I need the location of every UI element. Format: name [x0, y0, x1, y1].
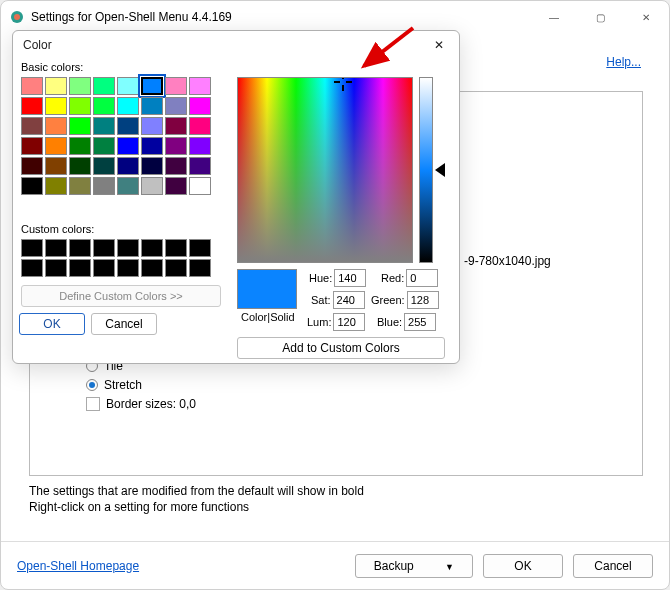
radio-stretch-row[interactable]: Stretch [86, 376, 196, 394]
custom-color-swatch[interactable] [117, 259, 139, 277]
basic-color-swatch[interactable] [93, 77, 115, 95]
basic-color-swatch[interactable] [165, 137, 187, 155]
basic-color-swatch[interactable] [141, 137, 163, 155]
red-input[interactable] [406, 269, 438, 287]
basic-color-swatch[interactable] [69, 157, 91, 175]
basic-color-swatch[interactable] [141, 77, 163, 95]
basic-color-swatch[interactable] [165, 177, 187, 195]
custom-color-swatch[interactable] [141, 259, 163, 277]
define-custom-colors-button[interactable]: Define Custom Colors >> [21, 285, 221, 307]
basic-color-swatch[interactable] [93, 177, 115, 195]
basic-color-swatch[interactable] [93, 157, 115, 175]
basic-color-swatch[interactable] [141, 177, 163, 195]
custom-color-swatch[interactable] [117, 239, 139, 257]
sat-input[interactable] [333, 291, 365, 309]
custom-color-swatch[interactable] [93, 239, 115, 257]
basic-color-swatch[interactable] [21, 117, 43, 135]
basic-color-swatch[interactable] [69, 177, 91, 195]
luminance-slider[interactable] [419, 77, 433, 263]
basic-color-swatch[interactable] [21, 77, 43, 95]
custom-color-swatch[interactable] [141, 239, 163, 257]
basic-color-swatch[interactable] [189, 177, 211, 195]
basic-color-swatch[interactable] [189, 117, 211, 135]
ok-button[interactable]: OK [483, 554, 563, 578]
help-link[interactable]: Help... [606, 55, 641, 69]
close-button[interactable]: ✕ [623, 1, 669, 33]
basic-color-swatch[interactable] [45, 157, 67, 175]
lum-input[interactable] [333, 313, 365, 331]
green-input[interactable] [407, 291, 439, 309]
custom-color-swatch[interactable] [189, 259, 211, 277]
custom-color-swatch[interactable] [69, 259, 91, 277]
hue-sat-field[interactable] [237, 77, 413, 263]
basic-color-swatch[interactable] [117, 97, 139, 115]
custom-color-swatch[interactable] [69, 239, 91, 257]
app-icon [9, 9, 25, 25]
basic-color-swatch[interactable] [93, 117, 115, 135]
basic-color-swatch[interactable] [141, 97, 163, 115]
hint-text: The settings that are modified from the … [29, 483, 364, 515]
hue-input[interactable] [334, 269, 366, 287]
custom-color-swatch[interactable] [45, 239, 67, 257]
basic-color-swatch[interactable] [21, 97, 43, 115]
blue-input[interactable] [404, 313, 436, 331]
basic-color-swatch[interactable] [189, 157, 211, 175]
minimize-button[interactable]: — [531, 1, 577, 33]
basic-color-swatch[interactable] [117, 157, 139, 175]
homepage-link[interactable]: Open-Shell Homepage [17, 559, 139, 573]
basic-color-swatch[interactable] [117, 117, 139, 135]
color-solid-label: Color|Solid [241, 311, 295, 323]
red-field-group: Red: [381, 269, 438, 287]
basic-color-swatch[interactable] [45, 117, 67, 135]
lum-field-group: Lum: [307, 313, 365, 331]
basic-color-swatch[interactable] [45, 77, 67, 95]
maximize-button[interactable]: ▢ [577, 1, 623, 33]
custom-color-swatch[interactable] [165, 239, 187, 257]
green-field-group: Green: [371, 291, 439, 309]
add-to-custom-colors-button[interactable]: Add to Custom Colors [237, 337, 445, 359]
basic-color-swatch[interactable] [69, 137, 91, 155]
cancel-button[interactable]: Cancel [573, 554, 653, 578]
color-ok-button[interactable]: OK [19, 313, 85, 335]
basic-color-swatch[interactable] [165, 77, 187, 95]
basic-color-swatch[interactable] [165, 157, 187, 175]
basic-color-swatch[interactable] [45, 97, 67, 115]
basic-color-swatch[interactable] [21, 137, 43, 155]
basic-color-swatch[interactable] [165, 97, 187, 115]
basic-color-swatch[interactable] [117, 177, 139, 195]
hint-line1: The settings that are modified from the … [29, 483, 364, 499]
backup-button[interactable]: Backup ▼ [355, 554, 473, 578]
basic-color-swatch[interactable] [189, 97, 211, 115]
basic-color-swatch[interactable] [141, 157, 163, 175]
basic-color-swatch[interactable] [45, 137, 67, 155]
custom-color-swatch[interactable] [189, 239, 211, 257]
main-title-text: Settings for Open-Shell Menu 4.4.169 [31, 10, 232, 24]
custom-color-swatch[interactable] [93, 259, 115, 277]
basic-color-swatch[interactable] [21, 177, 43, 195]
basic-color-swatch[interactable] [21, 157, 43, 175]
custom-color-swatch[interactable] [45, 259, 67, 277]
color-cancel-button[interactable]: Cancel [91, 313, 157, 335]
basic-color-swatch[interactable] [69, 77, 91, 95]
basic-color-swatch[interactable] [189, 137, 211, 155]
custom-color-swatch[interactable] [165, 259, 187, 277]
basic-color-swatch[interactable] [69, 97, 91, 115]
basic-color-swatch[interactable] [93, 137, 115, 155]
close-icon[interactable]: ✕ [429, 38, 449, 52]
radio-icon [86, 379, 98, 391]
border-sizes-row[interactable]: Border sizes: 0,0 [86, 395, 196, 413]
basic-colors-grid [21, 77, 211, 195]
custom-color-swatch[interactable] [21, 259, 43, 277]
basic-color-swatch[interactable] [117, 137, 139, 155]
basic-color-swatch[interactable] [45, 177, 67, 195]
basic-color-swatch[interactable] [93, 97, 115, 115]
basic-color-swatch[interactable] [117, 77, 139, 95]
basic-color-swatch[interactable] [165, 117, 187, 135]
custom-color-swatch[interactable] [21, 239, 43, 257]
basic-color-swatch[interactable] [189, 77, 211, 95]
border-sizes-label: Border sizes: 0,0 [106, 395, 196, 413]
color-dialog: Color ✕ Basic colors: Custom colors: Def… [12, 30, 460, 364]
basic-color-swatch[interactable] [141, 117, 163, 135]
blue-field-group: Blue: [377, 313, 436, 331]
basic-color-swatch[interactable] [69, 117, 91, 135]
